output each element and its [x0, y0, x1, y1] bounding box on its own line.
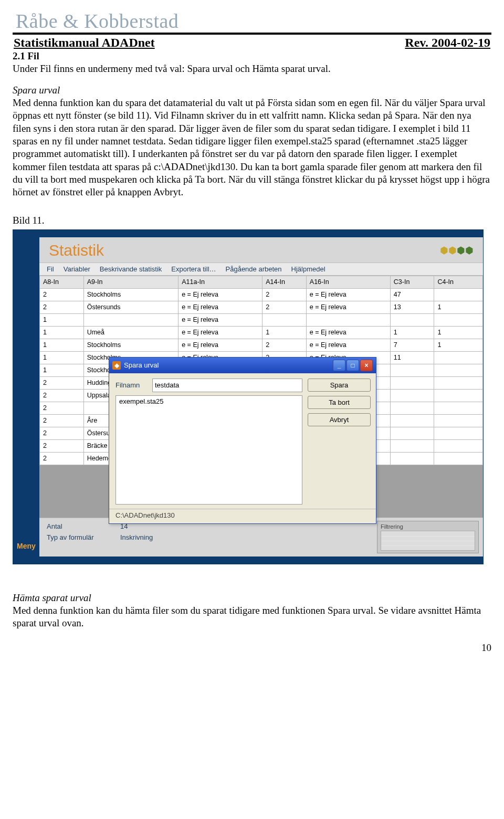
- table-row[interactable]: 1Stockholmse = Ej releva2e = Ej releva71: [40, 339, 483, 351]
- col-header[interactable]: A11a-In: [178, 276, 262, 288]
- table-cell[interactable]: e = Ej releva: [306, 288, 390, 301]
- table-cell[interactable]: e = Ej releva: [306, 301, 390, 313]
- dialog-titlebar[interactable]: ◆ Spara urval _ □ ×: [109, 358, 376, 373]
- table-cell[interactable]: [434, 414, 483, 427]
- table-cell[interactable]: 2: [40, 439, 84, 452]
- table-cell[interactable]: e = Ej releva: [178, 313, 262, 326]
- table-cell[interactable]: [306, 313, 390, 326]
- table-cell[interactable]: [434, 389, 483, 402]
- table-cell[interactable]: 47: [390, 288, 434, 301]
- table-cell[interactable]: 2: [40, 376, 84, 389]
- table-cell[interactable]: 1: [40, 339, 84, 351]
- table-cell[interactable]: [390, 402, 434, 414]
- table-cell[interactable]: [434, 364, 483, 376]
- menu-item[interactable]: Hjälpmedel: [291, 265, 326, 273]
- dialog-app-icon: ◆: [112, 361, 121, 370]
- table-row[interactable]: 1Umeåe = Ej releva1e = Ej releva11: [40, 326, 483, 339]
- col-header[interactable]: C3-In: [390, 276, 434, 288]
- save-button[interactable]: Spara: [308, 379, 371, 392]
- table-cell[interactable]: [434, 439, 483, 452]
- dialog-path-text: C:\ADADnet\jkd130: [109, 509, 376, 523]
- table-cell[interactable]: [434, 313, 483, 326]
- table-cell[interactable]: [390, 313, 434, 326]
- table-cell[interactable]: [434, 351, 483, 364]
- table-cell[interactable]: 1: [434, 301, 483, 313]
- menu-item[interactable]: Pågående arbeten: [226, 265, 282, 273]
- menu-item[interactable]: Exportera till…: [171, 265, 216, 273]
- table-cell[interactable]: e = Ej releva: [178, 288, 262, 301]
- table-cell[interactable]: 1: [40, 364, 84, 376]
- table-cell[interactable]: [390, 452, 434, 465]
- table-cell[interactable]: 2: [40, 414, 84, 427]
- table-cell[interactable]: [390, 439, 434, 452]
- table-cell[interactable]: [434, 452, 483, 465]
- table-cell[interactable]: 11: [390, 351, 434, 364]
- col-header[interactable]: A16-In: [306, 276, 390, 288]
- cancel-button[interactable]: Avbryt: [308, 413, 371, 426]
- list-item[interactable]: exempel.sta25: [119, 397, 299, 405]
- delete-button[interactable]: Ta bort: [308, 396, 371, 409]
- col-header[interactable]: A14-In: [262, 276, 307, 288]
- minimize-icon[interactable]: _: [333, 360, 345, 371]
- table-cell[interactable]: e = Ej releva: [178, 301, 262, 313]
- table-cell[interactable]: e = Ej releva: [306, 339, 390, 351]
- sidebar-tab-meny[interactable]: Meny: [17, 542, 36, 550]
- table-cell[interactable]: 2: [262, 301, 307, 313]
- table-cell[interactable]: 1: [40, 351, 84, 364]
- menu-item[interactable]: Fil: [47, 265, 54, 273]
- filename-input[interactable]: [152, 379, 302, 392]
- table-cell[interactable]: Östersunds: [83, 301, 178, 313]
- col-header[interactable]: A9-In: [83, 276, 178, 288]
- close-icon[interactable]: ×: [360, 360, 373, 371]
- table-cell[interactable]: 13: [390, 301, 434, 313]
- table-cell[interactable]: [83, 313, 178, 326]
- table-cell[interactable]: Umeå: [83, 326, 178, 339]
- table-cell[interactable]: 1: [40, 313, 84, 326]
- table-cell[interactable]: 1: [390, 326, 434, 339]
- col-header[interactable]: C4-In: [434, 276, 483, 288]
- table-cell[interactable]: e = Ej releva: [306, 326, 390, 339]
- status-typ-value: Inskrivning: [120, 533, 153, 541]
- table-cell[interactable]: 7: [390, 339, 434, 351]
- maximize-icon[interactable]: □: [346, 360, 359, 371]
- screenshot-menubar: Fil Variabler Beskrivande statistik Expo…: [39, 262, 483, 276]
- table-cell[interactable]: 2: [40, 288, 84, 301]
- figure-caption: Bild 11.: [13, 214, 491, 227]
- filtrering-bars-icon: [381, 531, 475, 551]
- table-cell[interactable]: 2: [40, 452, 84, 465]
- table-cell[interactable]: e = Ej releva: [178, 339, 262, 351]
- table-cell[interactable]: 1: [40, 326, 84, 339]
- table-cell[interactable]: [434, 427, 483, 439]
- menu-item[interactable]: Variabler: [64, 265, 90, 273]
- table-cell[interactable]: [390, 376, 434, 389]
- table-cell[interactable]: [390, 414, 434, 427]
- col-header[interactable]: A8-In: [40, 276, 84, 288]
- table-cell[interactable]: 1: [434, 339, 483, 351]
- table-cell[interactable]: 1: [434, 326, 483, 339]
- table-cell[interactable]: [434, 376, 483, 389]
- table-cell[interactable]: [390, 364, 434, 376]
- table-cell[interactable]: 2: [40, 389, 84, 402]
- table-cell[interactable]: 2: [40, 402, 84, 414]
- table-cell[interactable]: 2: [262, 288, 307, 301]
- table-cell[interactable]: Stockholms: [83, 339, 178, 351]
- table-cell[interactable]: [434, 288, 483, 301]
- table-cell[interactable]: e = Ej releva: [178, 326, 262, 339]
- table-cell[interactable]: [434, 402, 483, 414]
- table-cell[interactable]: [390, 427, 434, 439]
- table-row[interactable]: 1e = Ej releva: [40, 313, 483, 326]
- saved-files-listbox[interactable]: exempel.sta25: [116, 395, 302, 505]
- table-cell[interactable]: 2: [40, 301, 84, 313]
- hamta-heading: Hämta sparat urval: [13, 592, 491, 604]
- dialog-title-text: Spara urval: [124, 361, 159, 369]
- table-cell[interactable]: [390, 389, 434, 402]
- table-cell[interactable]: Stockholms: [83, 288, 178, 301]
- table-cell[interactable]: 2: [262, 339, 307, 351]
- table-row[interactable]: 2Stockholmse = Ej releva2e = Ej releva47: [40, 288, 483, 301]
- table-row[interactable]: 2Östersundse = Ej releva2e = Ej releva13…: [40, 301, 483, 313]
- menu-item[interactable]: Beskrivande statistik: [100, 265, 162, 273]
- table-cell[interactable]: 1: [262, 326, 307, 339]
- hamta-body: Med denna funktion kan du hämta filer so…: [13, 604, 491, 630]
- table-cell[interactable]: [262, 313, 307, 326]
- table-cell[interactable]: 2: [40, 427, 84, 439]
